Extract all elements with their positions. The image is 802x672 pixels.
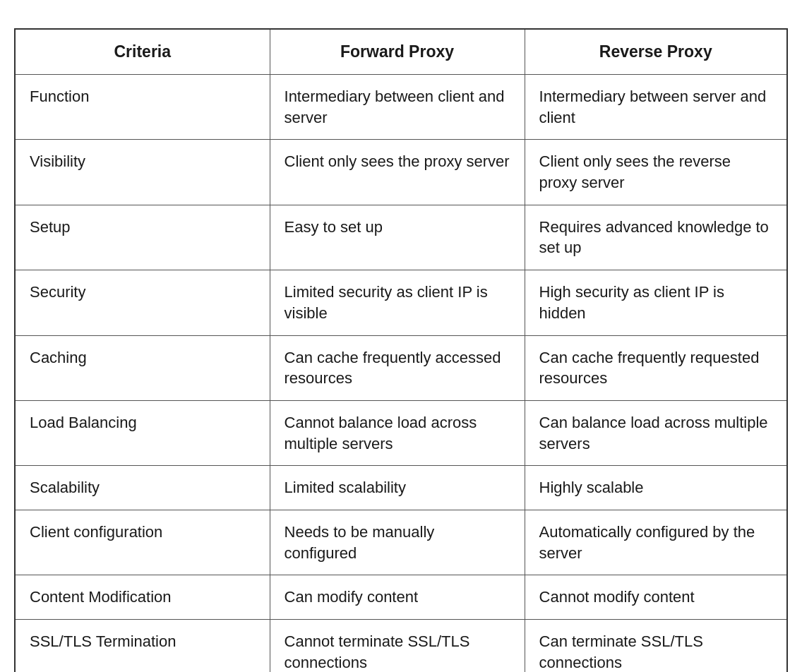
cell-forward: Limited security as client IP is visible [270,270,525,335]
header-forward: Forward Proxy [270,29,525,75]
cell-forward: Can modify content [270,575,525,620]
comparison-table-container: Criteria Forward Proxy Reverse Proxy Fun… [14,28,788,672]
cell-reverse: Can balance load across multiple servers [525,400,787,465]
table-row: SetupEasy to set upRequires advanced kno… [15,205,787,270]
table-row: Content ModificationCan modify contentCa… [15,575,787,620]
cell-reverse: Cannot modify content [525,575,787,620]
table-row: SSL/TLS TerminationCannot terminate SSL/… [15,620,787,672]
cell-forward: Can cache frequently accessed resources [270,335,525,400]
cell-criteria: Content Modification [15,575,270,620]
table-row: Load BalancingCannot balance load across… [15,400,787,465]
cell-criteria: Security [15,270,270,335]
cell-criteria: Client configuration [15,510,270,575]
header-criteria: Criteria [15,29,270,75]
table-row: CachingCan cache frequently accessed res… [15,335,787,400]
table-row: VisibilityClient only sees the proxy ser… [15,140,787,205]
proxy-comparison-table: Criteria Forward Proxy Reverse Proxy Fun… [14,28,788,672]
cell-criteria: Visibility [15,140,270,205]
cell-criteria: Setup [15,205,270,270]
cell-criteria: Load Balancing [15,400,270,465]
cell-forward: Easy to set up [270,205,525,270]
cell-reverse: High security as client IP is hidden [525,270,787,335]
table-row: FunctionIntermediary between client and … [15,75,787,140]
cell-reverse: Highly scalable [525,466,787,510]
table-row: SecurityLimited security as client IP is… [15,270,787,335]
table-row: Client configurationNeeds to be manually… [15,510,787,575]
cell-criteria: Function [15,75,270,140]
cell-reverse: Can terminate SSL/TLS connections [525,620,787,672]
cell-forward: Limited scalability [270,466,525,510]
header-reverse: Reverse Proxy [525,29,787,75]
cell-criteria: Caching [15,335,270,400]
table-header-row: Criteria Forward Proxy Reverse Proxy [15,29,787,75]
cell-forward: Cannot balance load across multiple serv… [270,400,525,465]
cell-reverse: Intermediary between server and client [525,75,787,140]
cell-criteria: Scalability [15,466,270,510]
cell-forward: Cannot terminate SSL/TLS connections [270,620,525,672]
cell-criteria: SSL/TLS Termination [15,620,270,672]
cell-forward: Client only sees the proxy server [270,140,525,205]
cell-reverse: Requires advanced knowledge to set up [525,205,787,270]
cell-forward: Intermediary between client and server [270,75,525,140]
table-row: ScalabilityLimited scalabilityHighly sca… [15,466,787,510]
cell-reverse: Client only sees the reverse proxy serve… [525,140,787,205]
cell-forward: Needs to be manually configured [270,510,525,575]
cell-reverse: Can cache frequently requested resources [525,335,787,400]
cell-reverse: Automatically configured by the server [525,510,787,575]
